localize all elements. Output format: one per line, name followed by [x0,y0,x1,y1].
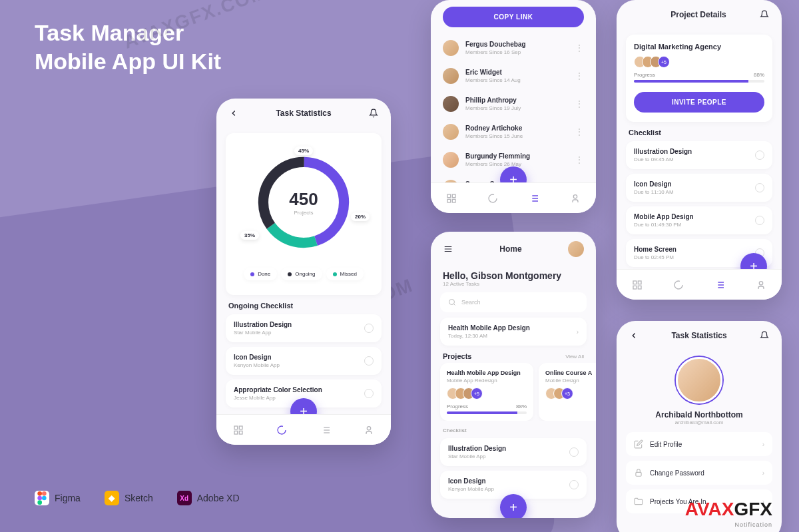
svg-line-21 [453,304,455,305]
featured-task[interactable]: Health Mobile App DesignToday, 12:30 AM› [440,318,587,346]
member-row[interactable]: Phillip AnthropyMembers Since 19 July⋮ [431,90,596,118]
nav-chart-icon[interactable] [276,425,287,435]
nav-list-icon[interactable] [320,425,331,435]
radio-icon[interactable] [569,480,579,489]
member-row[interactable]: Rodney ArtichokeMembers Since 15 June⋮ [431,118,596,146]
nav-user-icon[interactable] [570,193,581,204]
bottom-nav [216,414,391,445]
site-logo-sub: Notification [734,521,772,528]
nav-list-icon[interactable] [714,280,725,290]
project-name: Digital Marketing Agency [634,43,764,51]
nav-user-icon[interactable] [756,280,766,290]
nav-list-icon[interactable] [529,193,539,204]
radio-icon[interactable] [569,447,579,457]
svg-rect-3 [234,431,238,434]
checklist-item[interactable]: Illustration DesignStar Mobile App [226,314,382,342]
more-icon[interactable]: ⋮ [575,102,584,106]
project-card[interactable]: Health Mobile App Design Mobile App Rede… [440,363,533,421]
avatar [443,68,459,84]
project-card[interactable]: Online Course A Mobile Design +3 [539,363,596,421]
checklist-item[interactable]: Icon DesignKenyon Mobile App [226,347,382,375]
bell-icon[interactable] [759,330,770,341]
radio-icon[interactable] [364,324,374,333]
donut-chart: 450 Projects 45% 35% 20% [234,141,374,264]
radio-icon[interactable] [364,356,374,366]
radio-icon[interactable] [755,150,764,160]
nav-chart-icon[interactable] [487,193,498,204]
profile-avatar[interactable] [568,241,584,257]
checklist-label: Checklist [629,129,770,136]
phone-members: COPY LINK Fergus DouchebagMembers Since … [431,0,596,213]
more-icon[interactable]: ⋮ [575,46,584,50]
phone-home: Home Hello, Gibson Montgomery 12 Active … [431,232,596,518]
checklist-item[interactable]: Illustration DesignDue to 09:45 AM [626,141,772,169]
segment-label-missed: 20% [351,212,370,221]
svg-rect-2 [239,426,242,429]
menu-edit-profile[interactable]: Edit Profile› [626,432,772,456]
more-icon[interactable]: ⋮ [575,130,584,134]
svg-rect-23 [638,281,641,284]
figma-icon [35,491,49,505]
legend-done[interactable]: Done [244,268,277,280]
chevron-right-icon: › [762,469,764,477]
back-arrow-icon[interactable] [228,108,239,119]
search-input[interactable]: Search [440,292,587,312]
radio-icon[interactable] [755,216,764,225]
search-icon [448,298,456,306]
svg-point-8 [368,426,371,429]
bottom-nav [431,182,596,213]
screen-title: Task Statistics [671,331,726,340]
avatar [443,40,459,56]
profile-email: archibald@mail.com [617,419,782,425]
avatar-more: +3 [561,388,573,399]
avatar-more: +5 [471,388,483,399]
legend-ongoing[interactable]: Ongoing [281,268,322,280]
radio-icon[interactable] [755,183,764,192]
svg-rect-25 [638,286,641,289]
profile-avatar-large[interactable] [676,357,722,403]
invite-people-button[interactable]: INVITE PEOPLE [634,92,764,113]
svg-point-29 [759,281,762,284]
screen-title: Home [499,244,521,254]
checklist-item[interactable]: Illustration DesignStar Mobile App [440,438,587,466]
svg-rect-11 [447,199,451,202]
checklist-item[interactable]: Icon DesignDue to 11:10 AM [626,174,772,202]
more-icon[interactable]: ⋮ [575,158,584,162]
member-row[interactable]: Fergus DouchebagMembers Since 16 Sep⋮ [431,34,596,62]
profile-name: Archibald Northbottom [617,410,782,419]
svg-rect-22 [633,281,637,284]
nav-grid-icon[interactable] [233,425,244,435]
folder-icon [634,497,643,506]
avatar [443,96,459,112]
radio-icon[interactable] [364,389,374,398]
segment-label-done: 45% [294,146,313,155]
screen-title: Task Statistics [276,109,331,118]
menu-change-password[interactable]: Change Password› [626,461,772,485]
sketch-icon: ◆ [105,491,119,505]
member-row[interactable]: Eric WidgetMembers Since 14 Aug⋮ [431,62,596,90]
svg-point-33 [37,496,42,501]
more-icon[interactable]: ⋮ [575,74,584,78]
view-all-link[interactable]: View All [565,354,584,360]
bottom-nav [617,269,782,300]
bell-icon[interactable] [368,108,379,119]
fab-add-button[interactable]: + [500,494,527,518]
legend-missed[interactable]: Missed [326,268,364,280]
edit-icon [634,439,643,449]
nav-grid-icon[interactable] [446,193,457,204]
menu-icon[interactable] [443,244,453,254]
active-tasks-label: 12 Active Tasks [443,281,584,287]
svg-rect-30 [636,472,641,476]
donut-total: 450 [289,189,318,210]
svg-point-31 [37,491,42,496]
copy-link-button[interactable]: COPY LINK [443,7,584,27]
xd-icon: Xd [177,491,192,505]
nav-grid-icon[interactable] [632,280,643,290]
donut-total-label: Projects [289,210,318,216]
back-arrow-icon[interactable] [629,330,639,341]
bell-icon[interactable] [759,9,770,20]
svg-rect-1 [234,426,238,429]
nav-chart-icon[interactable] [673,280,684,290]
checklist-item[interactable]: Mobile App DesignDue to 01:49:30 PM [626,206,772,234]
nav-user-icon[interactable] [364,425,374,435]
